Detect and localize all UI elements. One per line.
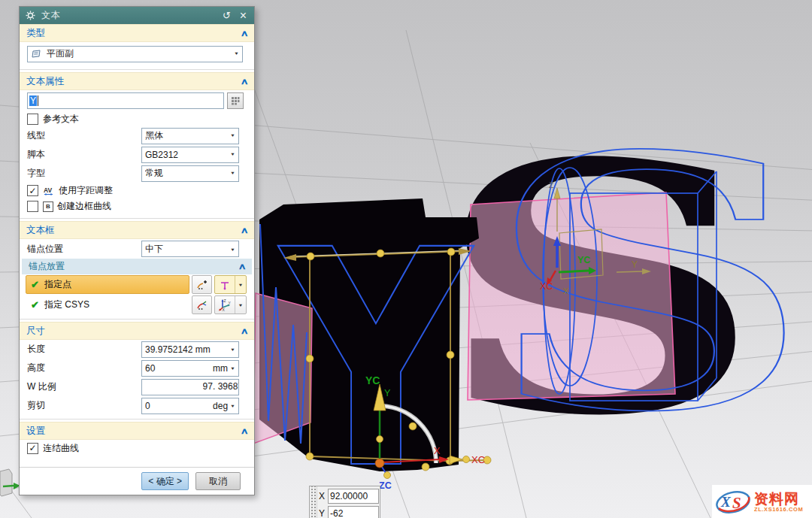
dropdown-arrow-icon: ▼ bbox=[230, 171, 235, 176]
w-scale-field[interactable]: 97. 39687 bbox=[141, 379, 239, 395]
origin-ball bbox=[375, 459, 384, 468]
svg-text:Z: Z bbox=[224, 298, 226, 303]
bounding-curves-checkbox[interactable] bbox=[27, 201, 38, 212]
svg-text:AV: AV bbox=[44, 186, 53, 194]
dialog-titlebar[interactable]: 文本 ↺ × bbox=[20, 7, 254, 24]
height-field[interactable]: 60 mm ▼ bbox=[141, 360, 239, 377]
coordinate-input-panel[interactable]: X Y bbox=[309, 486, 380, 518]
collapse-icon: ∧ bbox=[238, 262, 246, 271]
dropdown-arrow-icon[interactable]: ▼ bbox=[235, 276, 246, 293]
section-header-type[interactable]: 类型 ∧ bbox=[20, 24, 254, 42]
csys-triad-icon: Z Y X bbox=[215, 296, 235, 314]
watermark-logo: X S bbox=[714, 487, 753, 517]
unit-label: mm bbox=[213, 363, 228, 374]
collapse-icon: ∧ bbox=[240, 326, 248, 336]
dropdown-arrow-icon: ▼ bbox=[230, 366, 235, 371]
dropdown-arrow-icon: ▼ bbox=[230, 153, 235, 157]
point-dialog-icon bbox=[196, 279, 208, 290]
drag-handle[interactable] bbox=[310, 486, 317, 518]
letter-y-block[interactable]: Y bbox=[253, 186, 479, 518]
dropdown-arrow-icon: ▼ bbox=[230, 134, 235, 138]
axis-ball bbox=[377, 436, 383, 443]
xc-label: XC bbox=[471, 454, 485, 465]
length-field[interactable]: 39.9752142 mm ▼ bbox=[141, 341, 239, 358]
dropdown-arrow-icon: ▼ bbox=[234, 52, 239, 56]
yc-axis-label: YC bbox=[577, 255, 590, 265]
join-curves-checkbox[interactable]: ✓ bbox=[27, 443, 38, 454]
xc-axis-label: XC bbox=[540, 281, 553, 292]
cancel-button[interactable]: 取消 bbox=[195, 472, 241, 490]
grid-icon bbox=[231, 96, 240, 105]
dropdown-arrow-icon: ▼ bbox=[230, 347, 235, 352]
section-header-dimensions[interactable]: 尺寸 ∧ bbox=[20, 322, 254, 340]
point-dialog-button[interactable] bbox=[192, 275, 212, 294]
svg-text:X: X bbox=[720, 494, 732, 510]
kerning-checkbox[interactable]: ✓ bbox=[27, 185, 38, 196]
dialog-footer: < 确定 > 取消 bbox=[20, 467, 254, 495]
x-coordinate-label: X bbox=[319, 491, 326, 501]
y-coordinate-input[interactable] bbox=[328, 506, 379, 518]
x-label: X bbox=[434, 446, 441, 456]
watermark: X S 资料网 ZL.XS1616.COM bbox=[712, 485, 812, 518]
unit-label: deg bbox=[213, 401, 228, 411]
text-dialog: 文本 ↺ × 类型 ∧ 平面副 bbox=[19, 6, 255, 495]
y-axis-label: Y bbox=[632, 259, 638, 270]
watermark-site-url: ZL.XS1616.COM bbox=[754, 507, 803, 513]
planar-type-icon bbox=[31, 50, 41, 59]
svg-text:S: S bbox=[732, 494, 741, 512]
checkmark-icon: ✔ bbox=[31, 299, 39, 310]
style-dropdown[interactable]: 常规 ▼ bbox=[141, 165, 239, 182]
type-value: 平面副 bbox=[47, 47, 232, 60]
application-window: S S Z YC XC X bbox=[0, 0, 812, 518]
yc-label: YC bbox=[365, 374, 380, 386]
y-label: Y bbox=[384, 388, 391, 398]
text-input[interactable]: Y bbox=[27, 92, 224, 109]
specify-point-row[interactable]: ✔ 指定点 bbox=[26, 275, 189, 294]
section-header-settings[interactable]: 设置 ∧ bbox=[20, 422, 254, 440]
kerning-icon: AV bbox=[43, 186, 55, 195]
svg-text:X: X bbox=[223, 307, 226, 312]
csys-type-dropdown[interactable]: Z Y X ▼ bbox=[214, 295, 247, 314]
subsection-header-anchor-placement[interactable]: 锚点放置 ∧ bbox=[22, 259, 252, 274]
dialog-title: 文本 bbox=[41, 9, 216, 22]
reset-icon[interactable]: ↺ bbox=[221, 10, 232, 21]
text-symbol-grid-button[interactable] bbox=[227, 92, 244, 109]
y-coordinate-label: Y bbox=[319, 508, 326, 518]
collapse-icon: ∧ bbox=[240, 77, 248, 86]
dropdown-arrow-icon: ▼ bbox=[230, 247, 235, 251]
x-axis-label: X bbox=[563, 286, 569, 295]
arc-ball-2 bbox=[422, 463, 429, 471]
close-icon[interactable]: × bbox=[238, 10, 249, 21]
reference-text-checkbox[interactable] bbox=[27, 114, 38, 125]
border-box-icon: B bbox=[43, 201, 53, 212]
section-header-text-frame[interactable]: 文本框 ∧ bbox=[20, 221, 254, 239]
dropdown-arrow-icon[interactable]: ▼ bbox=[235, 296, 246, 314]
collapse-icon: ∧ bbox=[240, 29, 248, 38]
checkmark-icon: ✔ bbox=[31, 279, 39, 290]
section-header-text-properties[interactable]: 文本属性 ∧ bbox=[20, 72, 254, 90]
text-caret bbox=[38, 95, 38, 106]
letter-s-wireframe[interactable]: S bbox=[487, 80, 811, 488]
collapse-icon: ∧ bbox=[240, 426, 248, 436]
z-axis-label: Z bbox=[549, 180, 554, 189]
specify-csys-row[interactable]: ✔ 指定 CSYS bbox=[26, 296, 189, 314]
letter-y-wireframe: Y bbox=[277, 186, 474, 518]
point-inference-dropdown[interactable]: ▼ bbox=[214, 275, 247, 294]
ok-button[interactable]: < 确定 > bbox=[141, 472, 189, 490]
font-dropdown[interactable]: 黑体 ▼ bbox=[141, 128, 239, 144]
type-dropdown[interactable]: 平面副 ▼ bbox=[27, 46, 243, 62]
anchor-location-dropdown[interactable]: 中下 ▼ bbox=[141, 241, 239, 257]
svg-text:Y: Y bbox=[229, 301, 232, 305]
csys-dialog-icon bbox=[196, 299, 208, 310]
script-dropdown[interactable]: GB2312 ▼ bbox=[141, 147, 239, 163]
arc-ball-1 bbox=[409, 423, 417, 430]
watermark-site-name: 资料网 bbox=[754, 492, 799, 506]
csys-dialog-button[interactable] bbox=[192, 295, 212, 314]
shear-field[interactable]: 0 deg ▼ bbox=[141, 398, 239, 414]
dropdown-arrow-icon: ▼ bbox=[230, 404, 235, 408]
gear-icon[interactable] bbox=[25, 10, 36, 21]
text-input-value: Y bbox=[29, 95, 37, 106]
collapse-icon: ∧ bbox=[240, 226, 248, 235]
zc-label: ZC bbox=[379, 480, 392, 491]
x-coordinate-input[interactable] bbox=[328, 489, 379, 504]
